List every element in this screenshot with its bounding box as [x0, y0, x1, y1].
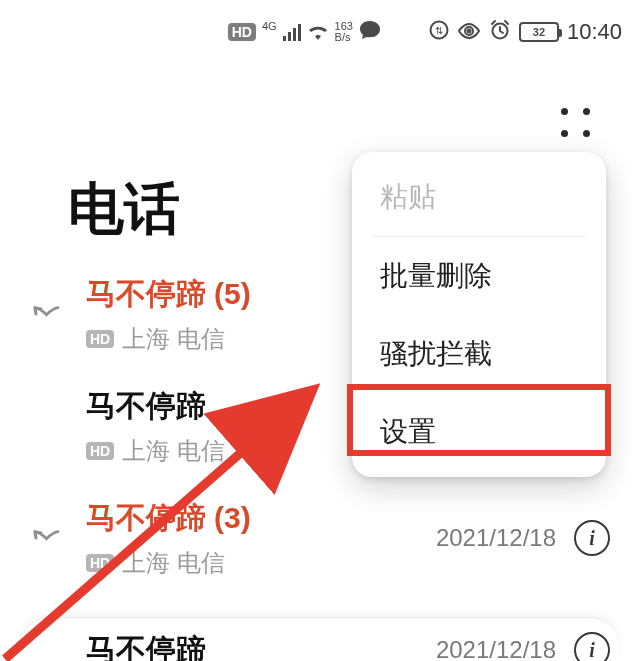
- more-button[interactable]: [561, 108, 595, 142]
- hd-badge-icon: HD: [86, 554, 114, 572]
- network-gen-label: 4G: [262, 21, 277, 32]
- info-button[interactable]: i: [574, 520, 610, 556]
- call-date: 2021/12/18: [436, 524, 556, 552]
- alarm-icon: [489, 19, 511, 46]
- bottom-sheet-edge: [20, 617, 620, 657]
- signal-icon: [283, 23, 301, 41]
- status-circle-icon: ⇅: [429, 20, 449, 45]
- status-bar: HD 4G 163 B/s ⇅: [0, 0, 640, 64]
- call-location: 上海 电信: [122, 323, 225, 355]
- status-left: HD 4G 163 B/s: [228, 20, 381, 45]
- menu-item-batch-delete[interactable]: 批量删除: [352, 237, 606, 315]
- hd-badge-icon: HD: [86, 330, 114, 348]
- hd-icon: HD: [228, 23, 256, 41]
- svg-text:⇅: ⇅: [435, 25, 443, 36]
- phone-screen: HD 4G 163 B/s ⇅: [0, 0, 640, 661]
- clock-label: 10:40: [567, 19, 622, 45]
- chat-icon: [359, 20, 381, 45]
- call-name: 马不停蹄 (3): [86, 498, 436, 539]
- call-main: 马不停蹄 (3) HD 上海 电信: [66, 498, 436, 579]
- call-name-text: 马不停蹄: [86, 386, 206, 427]
- call-name-text: 马不停蹄: [86, 498, 206, 539]
- context-menu: 粘贴 批量删除 骚扰拦截 设置: [352, 152, 606, 477]
- missed-call-icon: [30, 528, 66, 548]
- call-sub: HD 上海 电信: [86, 547, 436, 579]
- call-count: (5): [214, 277, 251, 311]
- data-rate-unit: B/s: [335, 32, 353, 43]
- page-title: 电话: [68, 172, 180, 248]
- missed-call-icon: [30, 304, 66, 324]
- wifi-icon: [307, 23, 329, 41]
- call-location: 上海 电信: [122, 547, 225, 579]
- call-location: 上海 电信: [122, 435, 225, 467]
- status-right: ⇅ 32 10:40: [429, 19, 622, 46]
- hd-badge-icon: HD: [86, 442, 114, 460]
- call-name-text: 马不停蹄: [86, 274, 206, 315]
- menu-item-settings[interactable]: 设置: [352, 393, 606, 471]
- call-row[interactable]: 马不停蹄 (3) HD 上海 电信 2021/12/18 i: [0, 482, 640, 594]
- battery-pct: 32: [533, 26, 545, 38]
- call-count: (3): [214, 501, 251, 535]
- data-rate-label: 163 B/s: [335, 21, 353, 43]
- eye-icon: [457, 21, 481, 44]
- menu-item-paste[interactable]: 粘贴: [352, 158, 606, 236]
- svg-point-2: [466, 28, 471, 33]
- menu-item-spam-block[interactable]: 骚扰拦截: [352, 315, 606, 393]
- battery-icon: 32: [519, 22, 559, 42]
